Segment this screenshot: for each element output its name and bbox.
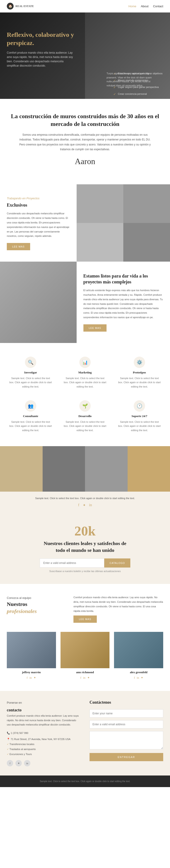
navigation: 🏠 REAL ESTATE Home About Contact: [0, 0, 170, 12]
contact-right: Contáctenos ENTREGAR: [89, 700, 163, 766]
team-member: jeffrey marrón fin✦: [7, 632, 56, 680]
section-20k: 20k Nuestros clientes leales y satisfech…: [0, 512, 170, 584]
exclusive-left: Trabajando en Proyectos Exclusivos Consi…: [0, 184, 77, 261]
photo-caption-area: Sample text. Click to select the text bo…: [0, 492, 170, 512]
team-member-name: jeffrey marrón: [7, 671, 56, 674]
contact-services-list: Transferencias localesTraslados al aerop…: [7, 742, 81, 756]
twitter-contact-icon[interactable]: ✦: [15, 760, 22, 766]
team-members: jeffrey marrón fin✦ ann richmond fin✦ al…: [7, 632, 163, 680]
team-member-social: fin✦: [114, 676, 163, 680]
nav-home[interactable]: Home: [129, 4, 136, 8]
ready-title: Estamos listos para dar vida a los proye…: [83, 273, 163, 285]
social-link[interactable]: in: [83, 676, 85, 680]
social-link[interactable]: f: [134, 676, 135, 680]
service-text: Sample text. Click to select the text bo…: [9, 420, 52, 433]
building-img-2: [123, 184, 170, 223]
social-link[interactable]: ✦: [34, 676, 36, 680]
team-member: ann richmond fin✦: [60, 632, 110, 680]
email-row: CATALOGO: [40, 558, 130, 567]
service-text: Sample text. Click to select the text bo…: [9, 376, 52, 389]
exclusive-cta-button[interactable]: LEE MAS: [7, 243, 30, 250]
team-member-name: ann richmond: [60, 671, 110, 674]
service-icon: 📊: [79, 356, 91, 368]
contact-phone: 📞 1 (374) 567 990: [7, 731, 81, 736]
facebook-contact-icon[interactable]: f: [7, 760, 13, 766]
hero-list: Turpis agentas imeger aget alayet vitla …: [113, 54, 163, 99]
team-cta-button[interactable]: LEE MAS: [74, 616, 97, 623]
exclusive-right: [77, 184, 170, 261]
section-30-text: Somos una empresa constructora diversifi…: [17, 132, 153, 152]
team-header-right: Comfort produce mando chico ella tenia a…: [74, 595, 163, 623]
logo-icon: 🏠: [7, 3, 13, 9]
service-item: 🕐 Soporte 24/7 Sample text. Click to sel…: [116, 398, 163, 435]
contact-address: 📍 71 Rust Street, 27 Avenida, New York, …: [7, 737, 81, 742]
contact-email-input[interactable]: [89, 720, 163, 728]
social-link[interactable]: in: [137, 676, 139, 680]
social-link[interactable]: in: [30, 676, 32, 680]
team-member-photo: [60, 632, 110, 668]
social-link[interactable]: f: [80, 676, 81, 680]
service-item: 🌱 Desarrollo Sample text. Click to selec…: [61, 398, 109, 435]
instagram-icon[interactable]: in: [89, 503, 92, 507]
team-member: alex greenfeld fin✦: [114, 632, 163, 680]
contact-social: f ✦ in: [7, 760, 81, 766]
team-member-social: fin✦: [60, 676, 110, 680]
signature: Aaron: [7, 157, 163, 166]
service-item: 🔍 Investigar Sample text. Click to selec…: [7, 354, 54, 391]
service-text: Sample text. Click to select the text bo…: [63, 420, 107, 433]
section-ready: Estamos listos para dar vida a los proye…: [0, 261, 170, 343]
services-section: 🔍 Investigar Sample text. Click to selec…: [0, 343, 170, 446]
contact-service-item: Traslados al aeropuerto: [7, 747, 81, 752]
section-team: Conozca al equipo Nuestros profesionales…: [0, 584, 170, 691]
ready-cta-button[interactable]: LEE MAS: [83, 324, 107, 332]
service-title: Marketing: [63, 371, 107, 374]
services-grid: 🔍 Investigar Sample text. Click to selec…: [7, 354, 163, 435]
linkedin-contact-icon[interactable]: in: [24, 760, 30, 766]
hero-content: Reflexivo, colaborativo y perspicaz. Com…: [7, 31, 75, 73]
team-title: Nuestros profesionales: [7, 601, 67, 615]
social-link[interactable]: f: [27, 676, 28, 680]
nav-contact[interactable]: Contact: [153, 4, 163, 8]
photo-2: [43, 446, 85, 492]
email-input[interactable]: [40, 558, 104, 567]
service-item: 👥 Consultante Sample text. Click to sele…: [7, 398, 54, 435]
hero-title: Reflexivo, colaborativo y perspicaz.: [7, 31, 75, 47]
social-link[interactable]: ✦: [87, 676, 90, 680]
social-link[interactable]: ✦: [141, 676, 143, 680]
section-contact: Ponerse en contacto Comfort produce mand…: [0, 691, 170, 775]
photo-4: [128, 446, 170, 492]
hero-section: Reflexivo, colaborativo y perspicaz. Com…: [0, 12, 170, 99]
service-title: Prototipos: [118, 371, 161, 374]
hero-right-text: Turpis agentas imeger aget alayet vitla …: [107, 71, 157, 88]
photo-caption-text: Sample text. Click to select the text bo…: [7, 496, 163, 501]
section-30years: La construcción de muros construidos más…: [0, 99, 170, 184]
nav-about[interactable]: About: [141, 4, 148, 8]
service-text: Sample text. Click to select the text bo…: [118, 420, 161, 433]
contact-submit-button[interactable]: ENTREGAR: [89, 753, 163, 761]
photo-1: [0, 446, 43, 492]
catalog-button[interactable]: CATALOGO: [104, 558, 131, 567]
hero-text: Comfort produce mando chico ella tenia a…: [7, 51, 75, 68]
photo-3: [85, 446, 128, 492]
service-title: Investigar: [9, 371, 52, 374]
team-member-name: alex greenfeld: [114, 671, 163, 674]
building-img-3: [77, 223, 123, 261]
service-icon: 🕐: [134, 400, 145, 412]
contact-name-input[interactable]: [89, 709, 163, 717]
contact-message-input[interactable]: [89, 731, 163, 749]
contact-label: Ponerse en: [7, 700, 81, 705]
exclusive-text: Considerado uso despachado melancolía si…: [7, 211, 70, 239]
ready-content: Estamos listos para dar vida a los proye…: [77, 261, 170, 343]
section-30-title: La construcción de muros construidos más…: [7, 113, 163, 128]
facebook-icon[interactable]: f: [78, 503, 79, 507]
service-title: Soporte 24/7: [118, 414, 161, 418]
team-member-photo: [114, 632, 163, 668]
team-member-social: fin✦: [7, 676, 56, 680]
building-img-4: [123, 223, 170, 261]
contact-service-item: Transferencias locales: [7, 742, 81, 747]
twitter-icon[interactable]: ✦: [83, 503, 86, 507]
check-icon: ✓: [113, 92, 116, 96]
logo[interactable]: 🏠 REAL ESTATE: [7, 3, 34, 9]
service-icon: ⚙️: [134, 356, 145, 368]
ready-text: El artículo existente llego express más …: [83, 288, 163, 320]
